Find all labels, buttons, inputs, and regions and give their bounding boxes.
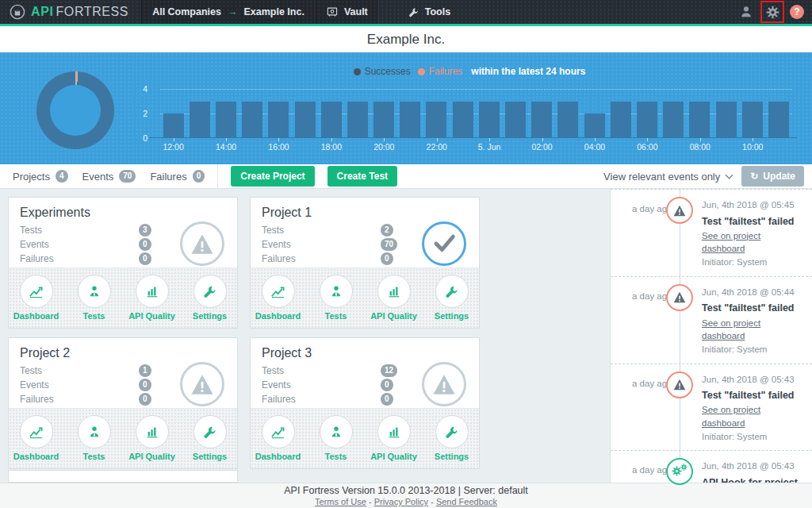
tests-button[interactable]: Tests (312, 275, 360, 321)
failures-count-badge: 0 (139, 393, 151, 406)
project-status-indicator (180, 221, 224, 266)
tests-person-icon (87, 425, 102, 439)
success-bar (742, 102, 763, 139)
toolbar-divider (217, 164, 218, 188)
toolbar-counter[interactable]: Events 70 (82, 170, 136, 183)
breadcrumb-all-companies[interactable]: All Companies (152, 6, 221, 17)
success-bar (426, 102, 446, 139)
project-card: Experiments Tests 3 Events 0 Failures 0 (8, 197, 238, 329)
bar-slot (423, 89, 450, 138)
breadcrumb-arrow-icon: → (228, 6, 238, 17)
event-initiator: Initiator: System (702, 343, 806, 356)
settings-gear-icon[interactable] (764, 3, 781, 21)
footer-link[interactable]: Privacy Policy (374, 497, 428, 506)
project-card: Project 2 Tests 1 Events 0 Failures 0 (8, 337, 238, 469)
footer-version: API Fortress Version 15.0.0 2013-2018 | … (0, 485, 812, 496)
success-donut-chart (36, 71, 114, 149)
settings-button[interactable]: Settings (186, 275, 234, 321)
card-actions: Dashboard Tests API Quality (251, 408, 479, 468)
update-button[interactable]: ↻ Update (741, 166, 804, 187)
toolbar-counter[interactable]: Failures 0 (150, 170, 205, 183)
event-dashboard-link[interactable]: See on project dashboard (702, 229, 806, 256)
event-dashboard-link[interactable]: See on project dashboard (702, 317, 806, 343)
events-count-badge: 70 (381, 238, 397, 251)
event-list: a day ago (611, 189, 812, 508)
toolbar: Projects 4 Events 70 Failures 0 Create P… (0, 164, 812, 189)
tests-label: Tests (262, 365, 381, 376)
dashboard-chart-icon (29, 425, 44, 440)
dashboard-button[interactable]: Dashboard (13, 275, 60, 321)
bar-slot (344, 89, 370, 138)
bar-slot (713, 89, 739, 138)
help-icon[interactable]: ? (790, 5, 804, 19)
breadcrumb: All Companies → Example Inc. (141, 0, 316, 24)
success-bar (505, 102, 526, 139)
events-filter-dropdown[interactable]: View relevant events only (603, 171, 732, 183)
success-bar (321, 102, 342, 139)
event-dashboard-link[interactable]: See on project dashboard (702, 403, 806, 429)
success-bar (373, 102, 394, 139)
bar-slot (661, 89, 687, 138)
dashboard-button[interactable]: Dashboard (255, 275, 302, 321)
legend-failures: Failures (418, 66, 463, 77)
create-test-button[interactable]: Create Test (327, 166, 397, 187)
y-tick-label: 4 (143, 84, 147, 94)
success-bar (163, 114, 184, 138)
bar-slot (476, 89, 502, 138)
count-badge: 70 (119, 170, 136, 183)
footer-link[interactable]: Send Feedback (436, 497, 497, 506)
event-timestamp: Jun, 4th 2018 @ 05:44 (702, 286, 806, 299)
toolbar-counters: Projects 4 Events 70 Failures 0 (13, 170, 205, 183)
x-tick-mark (595, 138, 596, 141)
page-title: Example Inc. (0, 26, 812, 52)
failures-label: Failures (20, 394, 139, 405)
legend-caption: within the latest 24 hours (471, 66, 585, 77)
api-quality-button[interactable]: API Quality (128, 415, 176, 461)
x-tick-mark (700, 138, 701, 141)
success-bar (531, 102, 552, 139)
logo-text-fortress: FORTRESS (56, 5, 128, 19)
tests-button[interactable]: Tests (71, 275, 118, 321)
app-logo[interactable]: API FORTRESS (0, 0, 141, 24)
x-tick-label: 16:00 (259, 142, 298, 152)
api-quality-button[interactable]: API Quality (370, 275, 418, 321)
event-title: Test "failtest" failed (702, 214, 806, 229)
chart-x-axis: 12:0014:0016:0018:0020:0022:005. Jun02:0… (160, 142, 792, 153)
dashboard-button[interactable]: Dashboard (13, 415, 60, 461)
toolbar-counter[interactable]: Projects 4 (13, 170, 68, 183)
x-tick-label: 04:00 (575, 142, 615, 152)
card-actions: Dashboard Tests API Quality (9, 267, 237, 328)
settings-button[interactable]: Settings (186, 415, 234, 461)
nav-right-icons: ? (737, 0, 812, 24)
footer-link[interactable]: Terms of Use (315, 497, 366, 506)
tests-button[interactable]: Tests (71, 415, 118, 461)
events-label: Events (20, 379, 139, 391)
settings-button[interactable]: Settings (428, 275, 476, 321)
dashboard-button[interactable]: Dashboard (255, 415, 302, 461)
settings-button[interactable]: Settings (428, 415, 476, 461)
x-tick-mark (489, 138, 490, 141)
card-actions: Dashboard Tests API Quality (251, 267, 479, 328)
tests-button[interactable]: Tests (312, 415, 360, 461)
create-project-button[interactable]: Create Project (231, 166, 314, 187)
bar-slot (687, 89, 713, 138)
event-initiator: Initiator: System (702, 256, 806, 269)
dashboard-chart-icon (270, 425, 285, 440)
project-card: Project 3 Tests 12 Events 0 Failures 0 (250, 337, 480, 469)
x-tick-mark (278, 138, 279, 141)
api-quality-button[interactable]: API Quality (370, 415, 418, 461)
nav-item-tools[interactable]: Tools (398, 0, 461, 24)
warning-triangle-icon (673, 205, 686, 217)
success-bar (663, 102, 684, 139)
api-quality-button[interactable]: API Quality (128, 275, 176, 321)
user-account-icon[interactable] (737, 3, 755, 21)
success-bar (242, 102, 262, 139)
bar-slot (607, 89, 634, 138)
x-tick-mark (174, 138, 174, 141)
nav-vault-label: Vault (344, 6, 368, 17)
x-tick-mark (647, 138, 648, 141)
nav-item-vault[interactable]: Vault (316, 0, 379, 24)
event-timestamp: Jun, 4th 2018 @ 05:43 (702, 460, 806, 473)
breadcrumb-company[interactable]: Example Inc. (243, 6, 304, 17)
success-bar (268, 102, 289, 139)
